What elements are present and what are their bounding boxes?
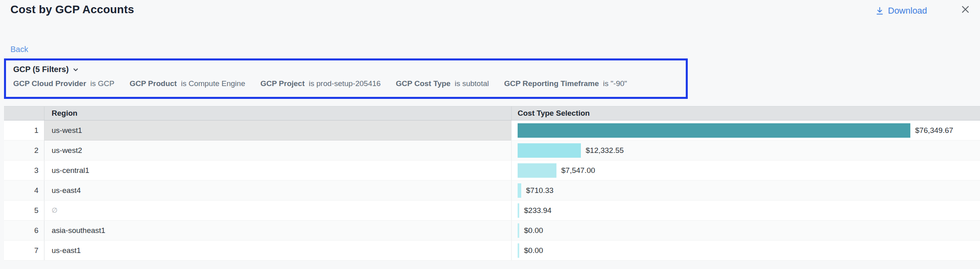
applied-filter: GCP Cloud Provider is GCP <box>13 79 114 88</box>
table-row[interactable]: 4 us-east4 $710.33 <box>4 181 980 201</box>
filters-summary-dropdown[interactable]: GCP (5 Filters) <box>13 65 79 74</box>
filter-panel-highlight-box: GCP (5 Filters) GCP Cloud Provider is GC… <box>4 58 688 99</box>
cost-value-label: $233.94 <box>524 206 552 215</box>
table-row[interactable]: 7 us-east1 $0.00 <box>4 241 980 261</box>
cost-bar <box>518 123 910 138</box>
close-icon <box>960 4 971 15</box>
cost-cell[interactable]: $76,349.67 <box>511 120 980 140</box>
filter-field-name: GCP Cloud Provider <box>13 79 86 88</box>
filter-field-name: GCP Project <box>260 79 305 88</box>
close-button[interactable] <box>960 4 971 15</box>
cost-table: Region Cost Type Selection 1 us-west1 $7… <box>4 106 980 261</box>
cost-cell[interactable]: $0.00 <box>511 241 980 260</box>
download-icon <box>875 6 884 16</box>
cost-bar <box>518 223 519 238</box>
region-label: ∅ <box>52 206 58 215</box>
download-button[interactable]: Download <box>875 6 927 16</box>
download-label: Download <box>888 6 927 16</box>
cost-bar <box>518 243 519 258</box>
applied-filter: GCP Cost Type is subtotal <box>396 79 489 88</box>
table-row[interactable]: 2 us-west2 $12,332.55 <box>4 141 980 161</box>
filter-field-name: GCP Product <box>130 79 177 88</box>
region-label: us-west1 <box>52 126 82 135</box>
region-label: asia-southeast1 <box>52 226 105 235</box>
cost-bar <box>518 143 581 158</box>
cost-value-label: $0.00 <box>524 226 543 235</box>
cost-value-label: $7,547.00 <box>561 166 595 175</box>
applied-filter: GCP Product is Compute Engine <box>130 79 245 88</box>
region-cell[interactable]: ∅ <box>44 201 511 220</box>
region-cell[interactable]: us-west2 <box>44 141 511 160</box>
region-cell[interactable]: us-east1 <box>44 241 511 260</box>
region-cell[interactable]: asia-southeast1 <box>44 221 511 240</box>
region-column-header[interactable]: Region <box>44 106 511 120</box>
table-row[interactable]: 1 us-west1 $76,349.67 <box>4 120 980 141</box>
filter-condition: is "-90" <box>601 79 627 88</box>
filters-summary-label: GCP (5 Filters) <box>13 65 69 74</box>
filter-condition: is GCP <box>88 79 114 88</box>
filter-condition: is prod-setup-205416 <box>307 79 381 88</box>
cost-bar <box>518 183 521 198</box>
cost-value-label: $76,349.67 <box>915 126 953 135</box>
cost-cell[interactable]: $710.33 <box>511 181 980 200</box>
row-number: 5 <box>4 201 44 220</box>
region-cell[interactable]: us-central1 <box>44 161 511 180</box>
region-label: us-central1 <box>52 166 89 175</box>
applied-filter: GCP Reporting Timeframe is "-90" <box>504 79 627 88</box>
applied-filters-list: GCP Cloud Provider is GCP GCP Product is… <box>13 79 686 88</box>
table-body: 1 us-west1 $76,349.67 2 us-west2 $12,332… <box>4 120 980 261</box>
filter-condition: is subtotal <box>452 79 489 88</box>
row-number: 6 <box>4 221 44 240</box>
cost-cell[interactable]: $233.94 <box>511 201 980 220</box>
table-row[interactable]: 3 us-central1 $7,547.00 <box>4 161 980 181</box>
region-label: us-west2 <box>52 146 82 155</box>
table-row[interactable]: 6 asia-southeast1 $0.00 <box>4 221 980 241</box>
region-label: us-east1 <box>52 246 81 255</box>
cost-value-label: $0.00 <box>524 246 543 255</box>
cost-column-header[interactable]: Cost Type Selection <box>511 106 980 120</box>
cost-bar <box>518 203 519 218</box>
row-number-column-header <box>4 106 44 120</box>
table-header-row: Region Cost Type Selection <box>4 106 980 120</box>
cost-cell[interactable]: $0.00 <box>511 221 980 240</box>
region-cell[interactable]: us-west1 <box>44 120 511 141</box>
cost-value-label: $710.33 <box>526 186 554 195</box>
applied-filter: GCP Project is prod-setup-205416 <box>260 79 380 88</box>
filter-field-name: GCP Reporting Timeframe <box>504 79 599 88</box>
row-number: 3 <box>4 161 44 180</box>
filter-condition: is Compute Engine <box>179 79 245 88</box>
table-row[interactable]: 5 ∅ $233.94 <box>4 201 980 221</box>
region-label: us-east4 <box>52 186 81 195</box>
cost-value-label: $12,332.55 <box>586 146 624 155</box>
row-number: 1 <box>4 120 44 140</box>
row-number: 7 <box>4 241 44 260</box>
filter-field-name: GCP Cost Type <box>396 79 451 88</box>
chevron-down-icon <box>72 66 79 73</box>
cost-cell[interactable]: $12,332.55 <box>511 141 980 160</box>
page-title: Cost by GCP Accounts <box>10 3 134 16</box>
cost-bar <box>518 163 556 178</box>
cost-cell[interactable]: $7,547.00 <box>511 161 980 180</box>
back-link[interactable]: Back <box>10 45 28 54</box>
row-number: 4 <box>4 181 44 200</box>
row-number: 2 <box>4 141 44 160</box>
region-cell[interactable]: us-east4 <box>44 181 511 200</box>
